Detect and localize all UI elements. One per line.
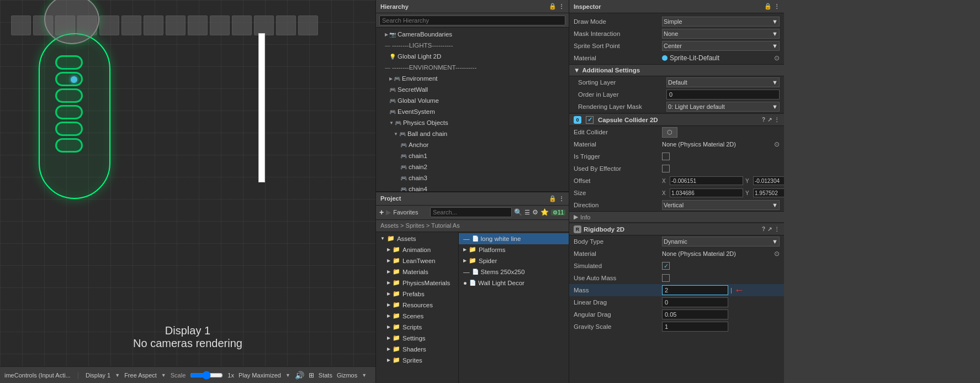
simulated-label: Simulated xyxy=(574,263,662,269)
rigidbody2d-header-icons: ? ↗ ⋮ xyxy=(762,226,780,232)
size-y-input[interactable] xyxy=(753,188,784,197)
mask-interaction-row: Mask Interaction None ▼ xyxy=(569,28,784,40)
hierarchy-item-secretwall[interactable]: 🎮 SecretWall xyxy=(376,84,569,95)
angular-drag-input[interactable] xyxy=(662,309,728,319)
collider-material-target[interactable]: ⊙ xyxy=(774,140,780,148)
info-section[interactable]: ▶ Info xyxy=(569,211,784,222)
additional-settings-header[interactable]: ▼ Additional Settings xyxy=(569,64,784,76)
gravity-scale-input[interactable] xyxy=(662,322,728,332)
angular-drag-row: Angular Drag xyxy=(569,308,784,321)
folder-scripts[interactable]: ▶ 📁 Scripts xyxy=(376,322,458,333)
gizmos-button[interactable]: Gizmos xyxy=(337,372,357,379)
hierarchy-menu-icon[interactable]: ⋮ xyxy=(559,3,564,9)
search-icon[interactable]: 🔍 xyxy=(514,208,522,216)
game-controls-label: imeControls (Input Acti... xyxy=(4,372,71,379)
capsule-menu-icon[interactable]: ⋮ xyxy=(774,117,780,123)
audio-icon[interactable]: 🔊 xyxy=(295,371,304,380)
simulated-checkbox[interactable] xyxy=(662,262,670,270)
folder-physicsmaterials[interactable]: ▶ 📁 PhysicsMaterials xyxy=(376,277,458,288)
sorting-layer-dropdown[interactable]: Default ▼ xyxy=(666,77,780,87)
body-type-dropdown[interactable]: Dynamic ▼ xyxy=(662,237,780,246)
folder-prefabs[interactable]: ▶ 📁 Prefabs xyxy=(376,288,458,300)
order-in-layer-input[interactable] xyxy=(666,90,780,99)
scale-slider[interactable] xyxy=(190,371,223,380)
hierarchy-item-globallight2d[interactable]: 💡 Global Light 2D xyxy=(376,51,569,62)
hierarchy-item-eventsystem[interactable]: 🎮 EventSystem xyxy=(376,106,569,117)
project-lock-icon[interactable]: 🔒 xyxy=(549,195,557,202)
mask-interaction-dropdown[interactable]: None ▼ xyxy=(662,29,780,39)
linear-drag-input[interactable] xyxy=(662,297,728,307)
material-target-icon[interactable]: ⊙ xyxy=(774,54,780,62)
folder-settings[interactable]: ▶ 📁 Settings xyxy=(376,333,458,344)
is-trigger-checkbox[interactable] xyxy=(662,153,670,160)
linear-drag-label: Linear Drag xyxy=(574,299,662,306)
inspector-menu-icon[interactable]: ⋮ xyxy=(774,3,780,9)
simulated-row: Simulated xyxy=(569,260,784,272)
folder-animation[interactable]: ▶ 📁 Animation xyxy=(376,244,458,255)
project-menu-icon[interactable]: ⋮ xyxy=(559,196,564,202)
hierarchy-item-cameraboundaries[interactable]: ▶ 📷 CameraBoundaries xyxy=(376,29,569,40)
folder-materials[interactable]: ▶ 📁 Materials xyxy=(376,266,458,277)
rigidbody2d-help-icon[interactable]: ? xyxy=(762,226,765,232)
hierarchy-item-globalvolume[interactable]: 🎮 Global Volume xyxy=(376,95,569,106)
rigidbody2d-header[interactable]: R Rigidbody 2D ? ↗ ⋮ xyxy=(569,222,784,235)
draw-mode-dropdown[interactable]: Simple ▼ xyxy=(662,17,780,27)
hierarchy-item-physics-objects[interactable]: ▼ 🎮 Physics Objects xyxy=(376,117,569,128)
hierarchy-item-chain2[interactable]: 🎮 chain2 xyxy=(376,161,569,172)
file-stems[interactable]: — 📄 Stems 250x250 xyxy=(459,266,569,277)
folder-resources[interactable]: ▶ 📁 Resources xyxy=(376,300,458,311)
rigidbody2d-arrow-icon[interactable]: ↗ xyxy=(767,226,772,232)
hierarchy-item-chain1[interactable]: 🎮 chain1 xyxy=(376,150,569,161)
edit-collider-button[interactable]: ⬡ xyxy=(662,127,677,138)
sprite-sort-point-dropdown[interactable]: Center ▼ xyxy=(662,41,780,51)
filter-icon[interactable]: ☰ xyxy=(525,209,530,216)
hierarchy-item-environment[interactable]: ▶ 🎮 Environment xyxy=(376,73,569,84)
inspector-lock-icon[interactable]: 🔒 xyxy=(764,3,772,10)
project-search-input[interactable] xyxy=(430,207,512,217)
capsule-arrow-icon[interactable]: ↗ xyxy=(767,117,772,123)
add-button[interactable]: + xyxy=(379,208,384,217)
hierarchy-item-lights[interactable]: — --------LIGHTS---------- xyxy=(376,40,569,51)
rigidbody2d-menu-icon[interactable]: ⋮ xyxy=(774,226,780,232)
hierarchy-item-ball-and-chain[interactable]: ▼ 🎮 Ball and chain xyxy=(376,128,569,139)
hierarchy-item-chain3[interactable]: 🎮 chain3 xyxy=(376,172,569,183)
capsule-collider-header[interactable]: 0 Capsule Collider 2D ? ↗ ⋮ xyxy=(569,113,784,126)
settings-icon[interactable]: ⚙ xyxy=(532,208,538,216)
star-icon[interactable]: ⭐ xyxy=(541,208,549,216)
folder-sprites[interactable]: ▶ 📁 Sprites xyxy=(376,355,458,366)
use-auto-mass-checkbox[interactable] xyxy=(662,274,670,282)
offset-y-input[interactable] xyxy=(753,176,784,185)
folder-assets[interactable]: ▼ 📁 Assets xyxy=(376,233,458,244)
play-mode-selector[interactable]: Play Maximized xyxy=(239,372,281,379)
size-x-input[interactable] xyxy=(670,188,743,197)
direction-dropdown[interactable]: Vertical ▼ xyxy=(662,200,780,210)
hierarchy-item-anchor[interactable]: 🎮 Anchor xyxy=(376,139,569,150)
grid-icon[interactable]: ⊞ xyxy=(309,371,314,379)
hierarchy-search-input[interactable] xyxy=(379,15,565,25)
offset-x-input[interactable] xyxy=(670,176,743,185)
file-walllightdecor[interactable]: ● 📄 Wall Light Decor xyxy=(459,277,569,288)
display-selector[interactable]: Display 1 xyxy=(86,372,110,379)
folder-scenes[interactable]: ▶ 📁 Scenes xyxy=(376,311,458,322)
inspector-content: Draw Mode Simple ▼ Mask Interaction None… xyxy=(569,13,784,383)
file-longwhiteline[interactable]: — 📄 long white line xyxy=(459,233,569,244)
capsule-help-icon[interactable]: ? xyxy=(762,117,765,123)
aspect-selector[interactable]: Free Aspect xyxy=(124,372,157,379)
capsule-enabled-checkbox[interactable] xyxy=(586,116,594,124)
used-by-effector-checkbox[interactable] xyxy=(662,165,670,172)
scene-view[interactable]: Display 1 No cameras rendering imeContro… xyxy=(0,0,375,383)
hierarchy-item-environment-section[interactable]: — --------ENVIRONMENT---------- xyxy=(376,62,569,73)
file-platforms[interactable]: ▶ 📁 Platforms xyxy=(459,244,569,255)
offset-x-label: X xyxy=(662,178,669,184)
hierarchy-item-chain4[interactable]: 🎮 chain4 xyxy=(376,183,569,191)
capsule-collider-checkbox[interactable] xyxy=(586,116,594,124)
file-spider[interactable]: ▶ 📁 Spider xyxy=(459,255,569,266)
folder-shaders[interactable]: ▶ 📁 Shaders xyxy=(376,344,458,355)
mass-input[interactable] xyxy=(662,285,728,295)
rb-material-target[interactable]: ⊙ xyxy=(774,250,780,258)
inspector-header: Inspector 🔒 ⋮ xyxy=(569,0,784,13)
stats-button[interactable]: Stats xyxy=(319,372,332,379)
hierarchy-lock-icon[interactable]: 🔒 xyxy=(549,3,557,10)
rendering-layer-mask-dropdown[interactable]: 0: Light Layer default ▼ xyxy=(666,102,780,112)
folder-leantween[interactable]: ▶ 📁 LeanTween xyxy=(376,255,458,266)
